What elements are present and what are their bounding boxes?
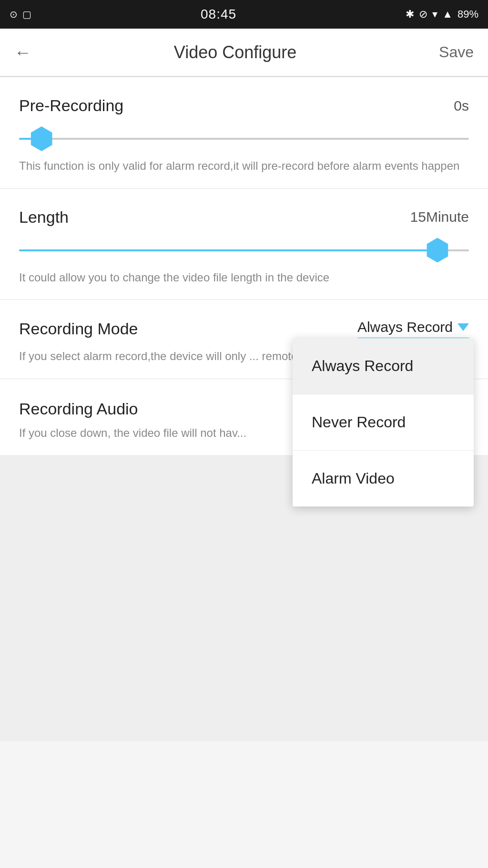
pre-recording-description: This function is only valid for alarm re… — [19, 159, 459, 172]
recording-mode-option-never[interactable]: Never Record — [293, 394, 474, 451]
length-section: Length 15Minute It could allow you to ch… — [0, 189, 488, 300]
length-description: It could allow you to change the video f… — [19, 271, 329, 284]
pre-recording-header: Pre-Recording 0s — [19, 96, 469, 115]
recording-mode-section: Recording Mode Always Record If you sele… — [0, 300, 488, 379]
recording-mode-menu: Always Record Never Record Alarm Video — [293, 338, 474, 506]
recording-audio-title: Recording Audio — [19, 400, 138, 418]
recording-mode-option-alarm[interactable]: Alarm Video — [293, 451, 474, 506]
length-title: Length — [19, 208, 69, 227]
recording-mode-option-always[interactable]: Always Record — [293, 338, 474, 394]
pre-recording-section: Pre-Recording 0s This function is only v… — [0, 77, 488, 189]
length-value: 15Minute — [410, 209, 469, 225]
recording-audio-description: If you close down, the video file will n… — [19, 426, 246, 439]
length-thumb[interactable] — [425, 238, 450, 263]
square-icon: ▢ — [22, 9, 31, 20]
save-button[interactable]: Save — [439, 43, 474, 61]
blocked-icon: ⊘ — [419, 8, 427, 21]
length-header: Length 15Minute — [19, 208, 469, 227]
pre-recording-thumb[interactable] — [29, 126, 54, 151]
pre-recording-value: 0s — [454, 98, 469, 114]
status-time: 08:45 — [201, 7, 236, 22]
app-bar: ← Video Configure Save — [0, 29, 488, 76]
wifi-icon: ▾ — [432, 8, 437, 21]
app-icon: ⊙ — [10, 9, 18, 20]
page-title: Video Configure — [174, 42, 297, 62]
status-bar-left: ⊙ ▢ — [10, 9, 31, 20]
back-button[interactable]: ← — [14, 42, 31, 62]
pre-recording-slider[interactable] — [19, 124, 469, 153]
dropdown-arrow-icon — [458, 323, 469, 331]
bluetooth-icon: ✱ — [406, 8, 414, 21]
recording-mode-header: Recording Mode Always Record — [19, 319, 469, 339]
pre-recording-track — [19, 138, 469, 140]
length-fill — [19, 249, 437, 251]
length-track — [19, 249, 469, 251]
status-bar-right: ✱ ⊘ ▾ ▲ 89% — [406, 8, 478, 21]
signal-icon: ▲ — [442, 8, 453, 21]
recording-mode-selected: Always Record — [357, 319, 453, 335]
pre-recording-title: Pre-Recording — [19, 96, 123, 115]
recording-mode-dropdown[interactable]: Always Record — [357, 319, 469, 339]
status-bar: ⊙ ▢ 08:45 ✱ ⊘ ▾ ▲ 89% — [0, 0, 488, 29]
battery-level: 89% — [458, 8, 478, 21]
length-slider[interactable] — [19, 236, 469, 265]
recording-mode-title: Recording Mode — [19, 320, 138, 338]
